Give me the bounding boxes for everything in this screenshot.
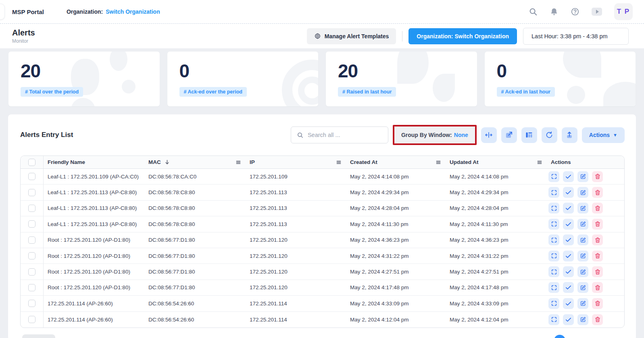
export-button[interactable]	[562, 127, 577, 143]
actions-dropdown-button[interactable]: Actions ▼	[582, 127, 625, 143]
organization-filter-button[interactable]: Organization: Switch Organization	[408, 28, 517, 44]
table-row[interactable]: Root : 172.25.201.120 (AP-D1:80) DC:08:5…	[21, 248, 624, 264]
table-row[interactable]: Root : 172.25.201.120 (AP-D1:80) DC:08:5…	[21, 280, 624, 296]
edit-alert-button[interactable]	[577, 219, 588, 230]
column-header-created-at[interactable]: Created At	[346, 159, 446, 166]
table-row[interactable]: Root : 172.25.201.120 (AP-D1:80) DC:08:5…	[21, 264, 624, 280]
row-checkbox[interactable]	[28, 220, 35, 228]
row-checkbox[interactable]	[28, 252, 35, 259]
time-range-button[interactable]: Last Hour: 3:38 pm - 4:38 pm	[523, 28, 629, 45]
table-row[interactable]: Leaf-L1 : 172.25.201.113 (AP-C8:80) DC:0…	[21, 201, 624, 216]
switch-organization-link[interactable]: Switch Organization	[106, 8, 160, 15]
delete-alert-button[interactable]	[592, 298, 603, 309]
acknowledge-check-icon	[565, 316, 572, 323]
sidebar-edge-toggle[interactable]	[0, 4, 5, 20]
column-menu-icon[interactable]	[435, 159, 442, 166]
edit-alert-button[interactable]	[577, 171, 588, 182]
expand-alert-button[interactable]	[548, 219, 559, 230]
row-checkbox[interactable]	[28, 300, 35, 307]
delete-alert-button[interactable]	[592, 219, 603, 230]
acknowledge-alert-button[interactable]	[563, 282, 574, 293]
column-menu-icon[interactable]	[336, 159, 342, 166]
expand-alert-button[interactable]	[548, 298, 559, 309]
edit-alert-button[interactable]	[577, 314, 588, 325]
delete-alert-button[interactable]	[592, 203, 603, 214]
manage-alert-templates-button[interactable]: Manage Alert Templates	[307, 28, 396, 44]
column-header-friendly-name[interactable]: Friendly Name	[44, 159, 144, 165]
edit-icon	[580, 269, 586, 275]
select-all-checkbox[interactable]	[28, 159, 35, 166]
edit-icon	[580, 237, 586, 243]
expand-alert-button[interactable]	[548, 171, 559, 182]
acknowledge-alert-button[interactable]	[563, 314, 574, 325]
row-checkbox[interactable]	[28, 189, 35, 196]
row-checkbox[interactable]	[28, 205, 35, 212]
delete-alert-button[interactable]	[592, 314, 603, 325]
delete-alert-button[interactable]	[592, 282, 603, 293]
delete-alert-button[interactable]	[592, 187, 603, 198]
acknowledge-alert-button[interactable]	[563, 203, 574, 214]
edit-alert-button[interactable]	[577, 203, 588, 214]
open-external-button[interactable]	[501, 127, 517, 143]
edit-alert-button[interactable]	[577, 187, 588, 198]
delete-alert-button[interactable]	[592, 251, 603, 261]
table-row[interactable]: 172.25.201.114 (AP-26:60) DC:08:56:54:26…	[21, 312, 624, 328]
acknowledge-alert-button[interactable]	[563, 251, 574, 261]
acknowledge-alert-button[interactable]	[563, 187, 574, 198]
ip-cell: 172.25.201.114	[246, 301, 346, 307]
refresh-button[interactable]	[542, 127, 557, 143]
edit-alert-button[interactable]	[577, 251, 588, 261]
acknowledge-alert-button[interactable]	[563, 266, 574, 277]
column-header-updated-at[interactable]: Updated At	[446, 159, 547, 166]
column-menu-icon[interactable]	[536, 159, 543, 166]
table-row[interactable]: Leaf-L1 : 172.25.201.109 (AP-CA:C0) DC:0…	[21, 169, 624, 185]
delete-alert-button[interactable]	[592, 266, 603, 277]
expand-alert-button[interactable]	[548, 187, 559, 198]
search-input[interactable]	[308, 132, 382, 138]
column-menu-icon[interactable]	[235, 159, 242, 166]
notifications-bell-icon[interactable]	[550, 7, 559, 16]
delete-alert-button[interactable]	[592, 171, 603, 182]
acknowledge-alert-button[interactable]	[563, 171, 574, 182]
column-header-ip[interactable]: IP	[246, 159, 346, 166]
user-avatar[interactable]: T P	[614, 3, 633, 20]
row-checkbox[interactable]	[28, 316, 35, 323]
column-header-mac[interactable]: MAC	[144, 159, 246, 166]
video-tutorial-icon[interactable]	[592, 8, 602, 16]
row-checkbox[interactable]	[28, 268, 35, 276]
search-icon[interactable]	[529, 7, 538, 16]
updated-at-cell: May 2, 2024 4:14:08 pm	[446, 174, 547, 180]
table-row[interactable]: Root : 172.25.201.120 (AP-D1:80) DC:08:5…	[21, 232, 624, 248]
expand-alert-button[interactable]	[548, 266, 559, 277]
group-by-window-button[interactable]: Group By Window:None	[394, 126, 475, 143]
table-row[interactable]: Leaf-L1 : 172.25.201.113 (AP-C8:80) DC:0…	[21, 216, 624, 232]
table-row[interactable]: 172.25.201.114 (AP-26:60) DC:08:56:54:26…	[21, 296, 624, 311]
row-actions-cell	[547, 219, 624, 230]
row-checkbox[interactable]	[28, 173, 35, 180]
edit-alert-button[interactable]	[577, 282, 588, 293]
row-checkbox[interactable]	[28, 236, 35, 244]
columns-button[interactable]	[521, 127, 537, 143]
acknowledge-alert-button[interactable]	[563, 219, 574, 230]
page-size-selector[interactable]	[22, 334, 55, 338]
acknowledge-alert-button[interactable]	[563, 234, 574, 245]
expand-alert-button[interactable]	[548, 234, 559, 245]
edit-alert-button[interactable]	[577, 266, 588, 277]
search-box[interactable]	[291, 126, 388, 143]
acknowledge-alert-button[interactable]	[563, 298, 574, 309]
expand-alert-button[interactable]	[548, 314, 559, 325]
expand-horizontal-button[interactable]	[481, 127, 497, 143]
friendly-name-cell: Leaf-L1 : 172.25.201.113 (AP-C8:80)	[44, 221, 144, 227]
edit-alert-button[interactable]	[577, 234, 588, 245]
help-icon[interactable]	[571, 7, 579, 16]
row-actions-cell	[547, 187, 624, 198]
delete-icon	[594, 237, 601, 243]
row-checkbox[interactable]	[28, 284, 35, 291]
table-row[interactable]: Leaf-L1 : 172.25.201.113 (AP-C8:80) DC:0…	[21, 185, 624, 200]
expand-alert-button[interactable]	[548, 203, 559, 214]
delete-alert-button[interactable]	[592, 234, 603, 245]
expand-alert-button[interactable]	[548, 282, 559, 293]
expand-alert-button[interactable]	[548, 251, 559, 261]
edit-alert-button[interactable]	[577, 298, 588, 309]
sort-descending-icon[interactable]	[164, 159, 170, 165]
